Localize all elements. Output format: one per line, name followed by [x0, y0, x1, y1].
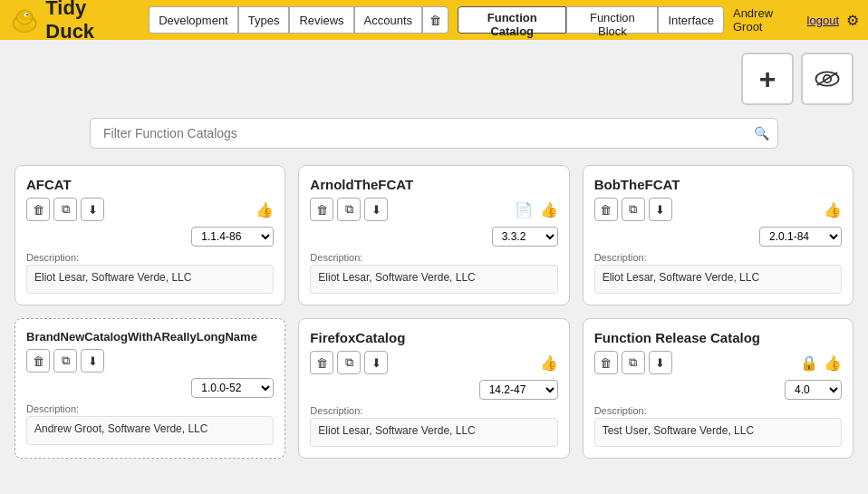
card-download-button[interactable]: ⬇	[649, 198, 672, 221]
card-desc-label: Description:	[310, 252, 557, 263]
card-delete-button[interactable]: 🗑	[594, 198, 618, 221]
card-desc-value: Eliot Lesar, Software Verde, LLC	[594, 265, 842, 294]
card-copy-button[interactable]: ⧉	[337, 351, 361, 374]
card-header: BrandNewCatalogWithAReallyLongName	[26, 330, 274, 344]
catalog-card-arnold: ArnoldTheFCAT 🗑 ⧉ ⬇ 📄 👍 3.3.2 Descriptio…	[298, 165, 569, 305]
card-header: ArnoldTheFCAT	[310, 177, 557, 192]
logo-text: Tidy Duck	[45, 0, 136, 44]
card-download-button[interactable]: ⬇	[649, 351, 672, 374]
card-lock-icon: 🔒	[800, 354, 818, 372]
add-button[interactable]: +	[741, 53, 794, 105]
card-like-button[interactable]: 👍	[824, 201, 842, 218]
action-bar: +	[14, 53, 854, 105]
card-version-select[interactable]: 1.1.4-86	[191, 227, 274, 247]
card-copy-button[interactable]: ⧉	[622, 351, 645, 374]
nav-function-block[interactable]: Function Block	[566, 6, 658, 34]
card-version-row: 4.0	[594, 380, 842, 400]
card-header: Function Release Catalog	[594, 330, 842, 345]
logout-link[interactable]: logout	[807, 14, 839, 27]
filter-bar: 🔍	[14, 118, 854, 149]
nav-group-2: Function Catalog Function Block Interfac…	[458, 6, 728, 34]
card-desc-label: Description:	[26, 403, 274, 414]
card-desc-label: Description:	[594, 405, 842, 416]
catalog-grid: AFCAT 🗑 ⧉ ⬇ 👍 1.1.4-86 Description: Elio…	[14, 165, 854, 459]
card-desc-label: Description:	[594, 252, 842, 263]
card-actions: 🗑 ⧉ ⬇ 👍	[26, 198, 274, 221]
svg-point-4	[26, 14, 28, 15]
card-version-row: 14.2-47	[310, 380, 557, 400]
header: Tidy Duck Development Types Reviews Acco…	[0, 0, 868, 40]
nav-accounts[interactable]: Accounts	[354, 6, 422, 34]
card-title: AFCAT	[26, 177, 72, 192]
card-actions: 🗑 ⧉ ⬇ 📄 👍	[310, 198, 557, 221]
eye-icon	[815, 69, 840, 89]
catalog-card-functionrelease: Function Release Catalog 🗑 ⧉ ⬇ 🔒 👍 4.0 D…	[583, 318, 854, 459]
card-header: BobTheFCAT	[594, 177, 842, 192]
nav-interface[interactable]: Interface	[658, 6, 724, 34]
gear-icon[interactable]: ⚙	[846, 12, 859, 29]
card-thumb-icon: 📄	[515, 201, 533, 218]
main-content: + 🔍 AFCAT 🗑 ⧉ ⬇ 👍	[0, 40, 868, 494]
card-version-row: 3.3.2	[310, 227, 557, 247]
card-delete-button[interactable]: 🗑	[26, 198, 50, 221]
card-actions: 🗑 ⧉ ⬇ 👍	[310, 351, 557, 374]
filter-input[interactable]	[90, 118, 778, 149]
duck-logo-icon	[9, 4, 40, 36]
logo-area: Tidy Duck	[9, 0, 136, 44]
card-version-row: 1.0.0-52	[26, 378, 274, 398]
card-actions: 🗑 ⧉ ⬇	[26, 349, 274, 373]
user-name: Andrew Groot	[733, 6, 800, 34]
user-area: Andrew Groot logout ⚙	[733, 6, 859, 34]
card-title: BrandNewCatalogWithAReallyLongName	[26, 330, 257, 344]
card-like-button[interactable]: 👍	[256, 201, 274, 218]
card-desc-value: Test User, Software Verde, LLC	[594, 418, 842, 447]
card-desc-value: Eliot Lesar, Software Verde, LLC	[310, 418, 557, 447]
card-copy-button[interactable]: ⧉	[337, 198, 361, 221]
card-version-select[interactable]: 4.0	[785, 380, 842, 400]
card-download-button[interactable]: ⬇	[81, 349, 104, 373]
card-title: BobTheFCAT	[594, 177, 680, 192]
catalog-card-afcat: AFCAT 🗑 ⧉ ⬇ 👍 1.1.4-86 Description: Elio…	[14, 165, 285, 305]
card-desc-value: Eliot Lesar, Software Verde, LLC	[310, 265, 557, 294]
nav-delete-icon[interactable]: 🗑	[422, 6, 448, 34]
card-copy-button[interactable]: ⧉	[53, 198, 77, 221]
card-like-button[interactable]: 👍	[540, 354, 558, 372]
svg-point-5	[16, 24, 34, 34]
filter-input-wrap: 🔍	[90, 118, 778, 149]
card-version-row: 2.0.1-84	[594, 227, 842, 247]
card-like-button[interactable]: 👍	[824, 354, 842, 372]
card-copy-button[interactable]: ⧉	[53, 349, 77, 373]
search-icon: 🔍	[754, 126, 769, 140]
card-delete-button[interactable]: 🗑	[26, 349, 50, 373]
card-download-button[interactable]: ⬇	[81, 198, 104, 221]
nav-function-catalog[interactable]: Function Catalog	[458, 6, 566, 34]
card-delete-button[interactable]: 🗑	[310, 351, 333, 374]
card-header: AFCAT	[26, 177, 274, 192]
card-download-button[interactable]: ⬇	[364, 198, 388, 221]
card-download-button[interactable]: ⬇	[364, 351, 388, 374]
catalog-card-bob: BobTheFCAT 🗑 ⧉ ⬇ 👍 2.0.1-84 Description:…	[583, 165, 854, 305]
card-delete-button[interactable]: 🗑	[594, 351, 618, 374]
nav-types[interactable]: Types	[238, 6, 290, 34]
card-version-select[interactable]: 14.2-47	[479, 380, 558, 400]
card-desc-label: Description:	[310, 405, 557, 416]
card-delete-button[interactable]: 🗑	[310, 198, 333, 221]
card-desc-value: Eliot Lesar, Software Verde, LLC	[26, 265, 274, 294]
card-version-select[interactable]: 1.0.0-52	[191, 378, 274, 398]
card-title: ArnoldTheFCAT	[310, 177, 413, 192]
card-copy-button[interactable]: ⧉	[622, 198, 645, 221]
card-like-button[interactable]: 👍	[540, 201, 558, 218]
eye-toggle-button[interactable]	[801, 53, 854, 105]
card-actions: 🗑 ⧉ ⬇ 🔒 👍	[594, 351, 842, 374]
nav-group-1: Development Types Reviews Accounts 🗑	[149, 6, 452, 34]
card-title: Function Release Catalog	[594, 330, 760, 345]
card-version-select[interactable]: 2.0.1-84	[759, 227, 842, 247]
catalog-card-brandnew: BrandNewCatalogWithAReallyLongName 🗑 ⧉ ⬇…	[14, 318, 285, 459]
card-title: FirefoxCatalog	[310, 330, 405, 345]
nav-development[interactable]: Development	[149, 6, 238, 34]
card-version-row: 1.1.4-86	[26, 227, 274, 247]
nav-reviews[interactable]: Reviews	[289, 6, 353, 34]
card-actions: 🗑 ⧉ ⬇ 👍	[594, 198, 842, 221]
card-version-select[interactable]: 3.3.2	[492, 227, 558, 247]
card-desc-label: Description:	[26, 252, 274, 263]
